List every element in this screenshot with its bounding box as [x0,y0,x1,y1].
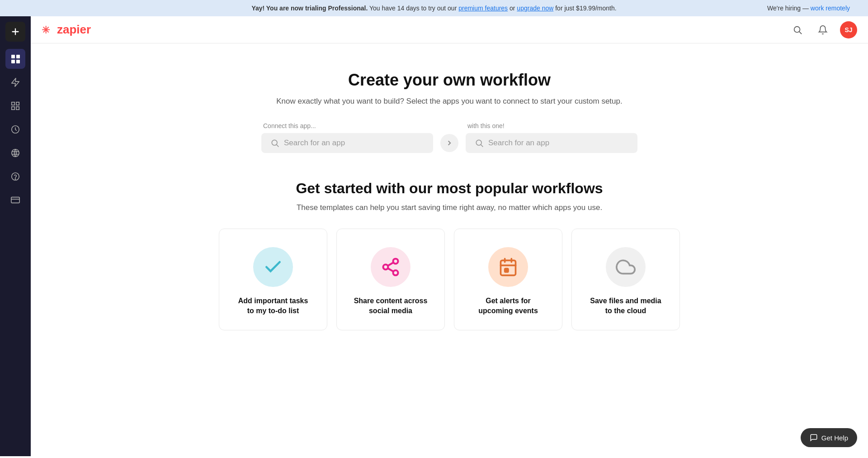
get-help-button[interactable]: Get Help [801,428,857,447]
popular-workflows-section: Get started with our most popular workfl… [174,180,725,330]
svg-line-25 [388,268,394,272]
chat-icon [810,434,818,442]
get-help-label: Get Help [821,434,848,442]
cloud-icon [616,257,636,277]
svg-point-20 [476,140,481,145]
svg-marker-2 [12,78,19,86]
sidebar-item-history[interactable] [5,119,25,139]
add-zap-button[interactable] [5,22,25,42]
workflow-card-social[interactable]: Share content acrosssocial media [336,229,445,330]
top-banner: Yay! You are now trialing Professional. … [0,0,868,16]
search-input-wrap-2 [466,133,637,153]
svg-rect-4 [16,102,19,105]
search-group-1: Connect this app... [261,122,433,153]
popular-subheading: These templates can help you start savin… [174,203,725,212]
banner-text: Yay! You are now trialing Professional. … [251,5,616,12]
create-workflow-heading: Create your own workflow [174,71,725,90]
sidebar-item-zaps[interactable] [5,72,25,92]
svg-line-19 [277,145,279,147]
svg-rect-6 [16,107,19,110]
logo: ✳ zapier [42,23,91,37]
app-search-input-2[interactable] [488,138,628,148]
search-button[interactable] [789,22,806,38]
social-icon-circle [371,247,410,287]
avatar[interactable]: SJ [840,21,857,38]
arrow-right-icon [445,139,453,147]
svg-rect-3 [12,102,14,105]
notifications-button[interactable] [815,22,831,38]
search-label-2: with this one! [467,122,505,129]
premium-features-link[interactable]: premium features [458,5,508,12]
app-search-input-1[interactable] [284,138,424,148]
workflow-cards-row: Add important tasksto my to-do list [174,229,725,330]
create-workflow-subheading: Know exactly what you want to build? Sel… [174,97,725,106]
search-icon-1 [270,138,279,148]
search-group-2: with this one! [466,122,637,153]
workflow-card-cloud[interactable]: Save files and mediato the cloud [571,229,680,330]
events-icon-circle [488,247,528,287]
search-input-wrap-1 [261,133,433,153]
svg-text:✳: ✳ [42,24,50,36]
grid-icon [10,101,20,111]
card-title-events: Get alerts forupcoming events [478,296,538,316]
top-nav: ✳ zapier SJ [31,16,868,43]
card-title-cloud: Save files and mediato the cloud [590,296,661,316]
sidebar-item-dashboard[interactable] [5,49,25,69]
bell-icon [818,25,828,35]
card-title-tasks: Add important tasksto my to-do list [238,296,308,316]
logo-wordmark: zapier [57,23,91,37]
workflow-card-events[interactable]: Get alerts forupcoming events [454,229,562,330]
sidebar-item-explore[interactable] [5,143,25,163]
svg-point-18 [272,140,277,145]
svg-line-26 [388,262,394,266]
hiring-text: We're hiring — work remotely [767,5,850,12]
calendar-icon [498,257,518,277]
sidebar-item-apps[interactable] [5,96,25,116]
svg-point-16 [794,26,800,32]
help-icon [10,172,20,181]
work-remotely-link[interactable]: work remotely [811,5,850,12]
clock-icon [10,124,20,134]
upgrade-now-link[interactable]: upgrade now [517,5,553,12]
zapier-logo-icon: ✳ [42,24,54,36]
popular-heading: Get started with our most popular workfl… [174,180,725,197]
sidebar [0,16,31,456]
workflow-card-tasks[interactable]: Add important tasksto my to-do list [219,229,327,330]
arrow-divider [440,134,458,152]
dashboard-icon [11,55,20,63]
svg-rect-27 [501,260,516,275]
task-icon-circle [253,247,293,287]
sidebar-item-billing[interactable] [5,190,25,210]
share-icon [381,257,401,277]
lightning-icon [10,77,20,87]
card-title-social: Share content acrosssocial media [354,296,428,316]
svg-line-17 [799,32,802,34]
svg-point-8 [12,149,19,157]
svg-point-12 [15,179,15,179]
cloud-icon-circle [606,247,646,287]
main-content: Create your own workflow Know exactly wh… [156,43,743,456]
check-icon [263,257,283,277]
search-icon [793,25,802,35]
svg-rect-31 [505,269,508,272]
card-icon [10,195,20,205]
banner-bold: Yay! You are now trialing Professional. [251,5,368,12]
app-layout: ✳ zapier SJ [0,16,868,456]
search-label-1: Connect this app... [263,122,316,129]
globe-icon [10,148,20,158]
search-icon-2 [475,138,484,148]
svg-rect-13 [11,197,19,203]
main-area: ✳ zapier SJ [31,16,868,456]
nav-icons: SJ [789,21,857,38]
sidebar-item-help[interactable] [5,167,25,186]
svg-rect-5 [12,107,14,110]
search-row: Connect this app... [174,122,725,153]
svg-line-21 [481,145,483,147]
create-workflow-section: Create your own workflow Know exactly wh… [174,71,725,153]
